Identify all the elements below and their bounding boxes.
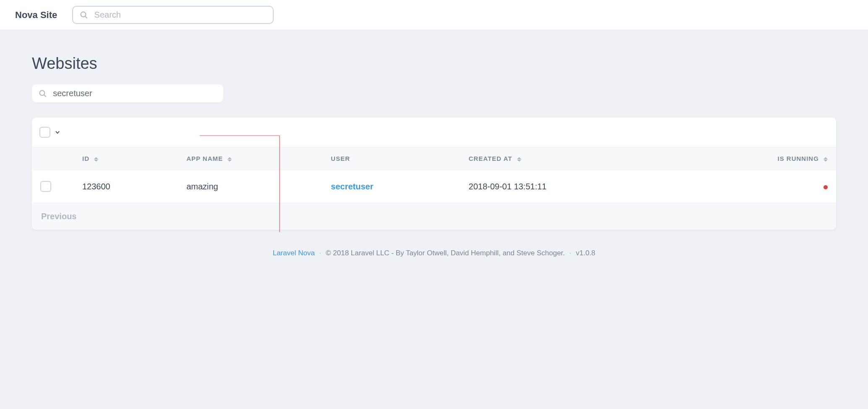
footer-separator: ·: [570, 249, 572, 257]
cell-user: secretuser: [322, 170, 460, 203]
card-footer: Previous: [32, 203, 836, 230]
chevron-down-icon[interactable]: [55, 129, 60, 135]
sort-icon: [517, 157, 521, 162]
svg-line-3: [44, 94, 46, 97]
svg-line-1: [85, 16, 87, 18]
row-checkbox-cell: [32, 170, 74, 203]
search-icon: [80, 10, 88, 20]
header-created-at-label: CREATED AT: [469, 155, 512, 162]
previous-button[interactable]: Previous: [41, 212, 76, 221]
cell-app-name: amazing: [178, 170, 322, 203]
search-icon: [39, 89, 47, 98]
topbar: Nova Site: [0, 0, 868, 30]
cell-is-running: [680, 170, 836, 203]
header-id[interactable]: ID: [74, 147, 178, 170]
resource-search[interactable]: [32, 84, 223, 102]
global-search[interactable]: [72, 6, 274, 24]
content: Websites ID: [0, 30, 868, 274]
header-is-running[interactable]: IS RUNNING: [680, 147, 836, 170]
header-checkbox-col: [32, 147, 74, 170]
header-app-name[interactable]: APP NAME: [178, 147, 322, 170]
page-title: Websites: [32, 55, 836, 73]
row-checkbox[interactable]: [40, 181, 51, 192]
header-id-label: ID: [82, 155, 89, 162]
footer-version: v1.0.8: [576, 249, 595, 257]
brand-title: Nova Site: [15, 10, 57, 21]
svg-point-2: [40, 90, 45, 95]
table-row[interactable]: 123600 amazing secretuser 2018-09-01 13:…: [32, 170, 836, 203]
header-user-label: USER: [331, 155, 350, 162]
card-toolbar: [32, 118, 836, 147]
sort-icon: [824, 157, 828, 162]
user-link[interactable]: secretuser: [331, 182, 373, 191]
footer-separator: ·: [319, 249, 322, 257]
cell-created-at: 2018-09-01 13:51:11: [460, 170, 681, 203]
select-all-checkbox[interactable]: [39, 127, 50, 138]
header-is-running-label: IS RUNNING: [777, 155, 818, 162]
header-created-at[interactable]: CREATED AT: [460, 147, 681, 170]
global-search-input[interactable]: [94, 10, 267, 20]
resource-search-input[interactable]: [53, 89, 217, 98]
status-dot-icon: [824, 185, 828, 189]
sort-icon: [94, 157, 98, 162]
footer-copyright: © 2018 Laravel LLC - By Taylor Otwell, D…: [326, 249, 565, 257]
header-user[interactable]: USER: [322, 147, 460, 170]
svg-point-0: [81, 12, 86, 17]
cell-id: 123600: [74, 170, 178, 203]
resource-card: ID APP NAME USER CREATED AT: [32, 118, 836, 230]
footer-link[interactable]: Laravel Nova: [273, 249, 315, 257]
page-footer: Laravel Nova · © 2018 Laravel LLC - By T…: [32, 249, 836, 257]
resource-table: ID APP NAME USER CREATED AT: [32, 147, 836, 203]
table-header-row: ID APP NAME USER CREATED AT: [32, 147, 836, 170]
header-app-name-label: APP NAME: [186, 155, 223, 162]
sort-icon: [227, 157, 232, 162]
